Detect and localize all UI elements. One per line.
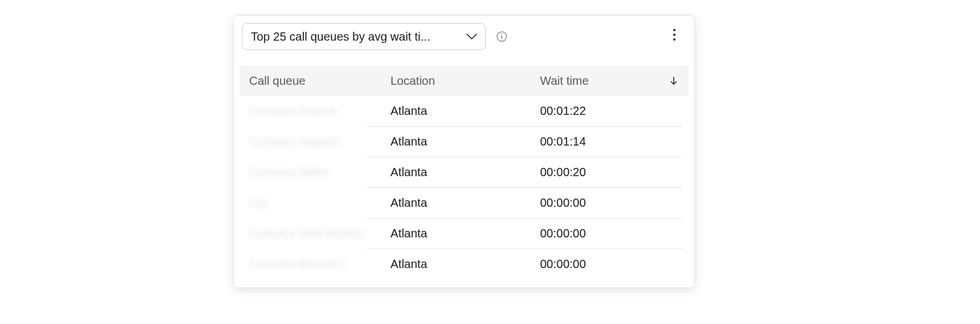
table-row[interactable]: Cumulus Branch Atlanta 00:01:22	[240, 96, 688, 126]
queue-name: CQ	[249, 196, 267, 209]
table-row[interactable]: Cumulus New Branch Atlanta 00:00:00	[240, 219, 688, 249]
info-icon	[496, 31, 507, 42]
column-header-wait-label: Wait time	[540, 74, 589, 88]
queue-name: Cumulus Branch	[249, 104, 336, 117]
location-cell: Atlanta	[390, 227, 540, 240]
column-header-queue[interactable]: Call queue	[240, 74, 390, 88]
svg-point-1	[501, 34, 502, 35]
table-row[interactable]: CQ Atlanta 00:00:00	[240, 188, 688, 218]
location-cell: Atlanta	[390, 196, 540, 210]
wait-time-cell: 00:00:20	[540, 166, 688, 179]
call-queue-table: Call queue Location Wait time Cumulus Br…	[234, 65, 694, 279]
queue-name: Cumulus Support	[249, 135, 340, 148]
queue-name: Cumulus Sales	[249, 166, 329, 178]
wait-time-cell: 00:00:00	[540, 257, 688, 271]
location-cell: Atlanta	[390, 135, 540, 148]
svg-rect-2	[501, 36, 502, 39]
table-header-row: Call queue Location Wait time	[240, 65, 688, 96]
card-header: Top 25 call queues by avg wait ti...	[234, 16, 694, 50]
queue-name: Cumulus Branch 2	[249, 257, 346, 270]
arrow-down-icon	[670, 77, 678, 85]
table-body: Cumulus Branch Atlanta 00:01:22 Cumulus …	[240, 96, 688, 279]
wait-time-cell: 00:00:00	[540, 227, 688, 240]
more-options-button[interactable]	[667, 27, 681, 43]
wait-time-cell: 00:01:14	[540, 135, 688, 148]
call-queue-card: Top 25 call queues by avg wait ti... Cal…	[233, 15, 695, 288]
location-cell: Atlanta	[390, 104, 540, 118]
table-row[interactable]: Cumulus Sales Atlanta 00:00:20	[240, 157, 688, 187]
chevron-down-icon	[466, 34, 477, 40]
table-row[interactable]: Cumulus Branch 2 Atlanta 00:00:00	[240, 249, 688, 279]
column-header-wait[interactable]: Wait time	[540, 74, 688, 88]
location-cell: Atlanta	[390, 257, 540, 271]
dropdown-label: Top 25 call queues by avg wait ti...	[251, 30, 431, 44]
kebab-icon	[673, 29, 676, 31]
wait-time-cell: 00:00:00	[540, 196, 688, 210]
wait-time-cell: 00:01:22	[540, 104, 688, 118]
column-header-location[interactable]: Location	[390, 74, 540, 88]
info-button[interactable]	[496, 31, 507, 42]
location-cell: Atlanta	[390, 166, 540, 179]
metric-dropdown[interactable]: Top 25 call queues by avg wait ti...	[242, 23, 486, 50]
queue-name: Cumulus New Branch	[249, 227, 363, 240]
table-row[interactable]: Cumulus Support Atlanta 00:01:14	[240, 127, 688, 157]
